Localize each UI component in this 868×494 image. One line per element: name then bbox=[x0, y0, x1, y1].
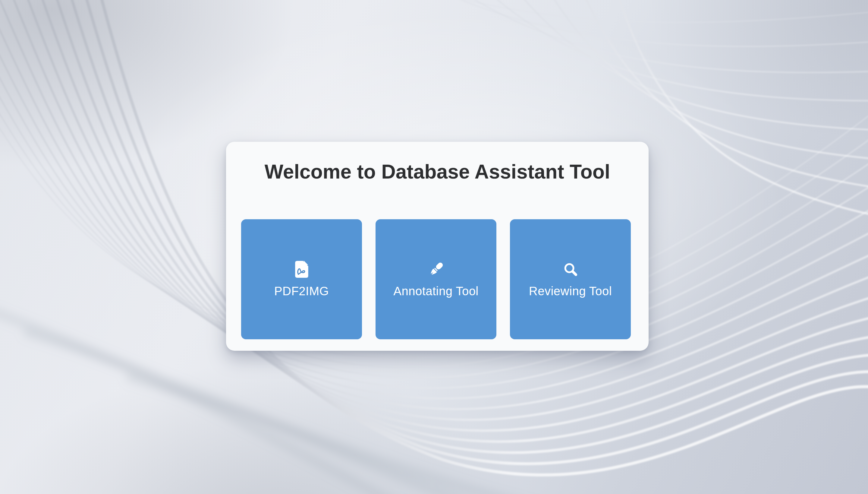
tool-buttons: PDF2IMG Annotating Tool bbox=[241, 219, 631, 339]
pdf2img-label: PDF2IMG bbox=[274, 284, 329, 298]
pdf2img-button[interactable]: PDF2IMG bbox=[241, 219, 362, 339]
reviewing-tool-button[interactable]: Reviewing Tool bbox=[510, 219, 631, 339]
file-pdf-icon bbox=[295, 261, 309, 278]
welcome-card: Welcome to Database Assistant Tool PDF2I… bbox=[226, 142, 649, 351]
annotating-tool-button[interactable]: Annotating Tool bbox=[376, 219, 496, 339]
annotating-tool-label: Annotating Tool bbox=[393, 284, 479, 298]
reviewing-tool-label: Reviewing Tool bbox=[529, 284, 612, 298]
search-icon bbox=[563, 261, 579, 278]
page-title: Welcome to Database Assistant Tool bbox=[226, 160, 649, 183]
pen-nib-icon bbox=[427, 261, 445, 278]
